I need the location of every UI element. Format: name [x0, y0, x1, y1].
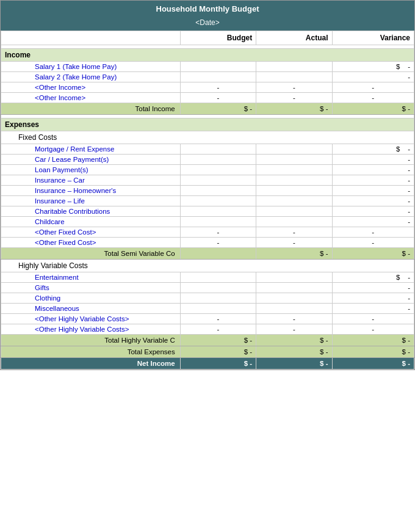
- list-item: <Other Fixed Cost> - - -: [1, 238, 414, 248]
- list-item: <Other Income> - - -: [1, 93, 414, 103]
- list-item: Childcare -: [1, 217, 414, 227]
- list-item: Mortgage / Rent Expense $ -: [1, 144, 414, 155]
- salary1-budget[interactable]: [180, 62, 256, 72]
- clothing-variance: -: [332, 293, 414, 304]
- total-expenses-row: Total Expenses $ - $ - $ -: [1, 346, 414, 358]
- other-income2-variance: -: [332, 93, 414, 103]
- total-expenses-actual: $ -: [256, 346, 332, 358]
- childcare-actual[interactable]: [256, 217, 332, 227]
- other-income1-budget[interactable]: -: [180, 82, 256, 93]
- ins-car-budget[interactable]: [180, 175, 256, 186]
- ins-home-actual[interactable]: [256, 186, 332, 196]
- other-hv2-actual[interactable]: -: [256, 324, 332, 335]
- ins-life-budget[interactable]: [180, 196, 256, 206]
- list-item: Insurance – Car -: [1, 175, 414, 186]
- other-income2-label: <Other Income>: [1, 93, 181, 103]
- total-income-label: Total Income: [1, 103, 181, 115]
- ins-home-label: Insurance – Homeowner's: [1, 186, 181, 196]
- list-item: Entertainment $ -: [1, 272, 414, 283]
- list-item: <Other Highly Variable Costs> - - -: [1, 324, 414, 335]
- other-hv2-budget[interactable]: -: [180, 324, 256, 335]
- other-hv1-variance: -: [332, 314, 414, 324]
- total-hv-row: Total Highly Variable C $ - $ - $ -: [1, 335, 414, 346]
- salary1-actual[interactable]: [256, 62, 332, 72]
- total-expenses-label: Total Expenses: [1, 346, 181, 358]
- misc-budget[interactable]: [180, 304, 256, 314]
- salary2-actual[interactable]: [256, 72, 332, 82]
- total-hv-budget: $ -: [180, 335, 256, 346]
- total-fixed-variance: $ -: [332, 248, 414, 260]
- list-item: <Other Fixed Cost> - - -: [1, 227, 414, 238]
- other-income2-budget[interactable]: -: [180, 93, 256, 103]
- other-income1-variance: -: [332, 82, 414, 93]
- net-income-label: Net Income: [1, 358, 181, 370]
- other-income2-actual[interactable]: -: [256, 93, 332, 103]
- charitable-budget[interactable]: [180, 206, 256, 217]
- gifts-actual[interactable]: [256, 283, 332, 293]
- misc-label: Miscellaneous: [1, 304, 181, 314]
- mortgage-budget[interactable]: [180, 144, 256, 155]
- car-lease-budget[interactable]: [180, 155, 256, 165]
- gifts-budget[interactable]: [180, 283, 256, 293]
- other-fixed2-budget[interactable]: -: [180, 238, 256, 248]
- total-fixed-budget: [180, 248, 256, 260]
- other-fixed1-label: <Other Fixed Cost>: [1, 227, 181, 238]
- other-fixed1-actual[interactable]: -: [256, 227, 332, 238]
- mortgage-actual[interactable]: [256, 144, 332, 155]
- salary2-variance: -: [332, 72, 414, 82]
- loan-actual[interactable]: [256, 165, 332, 175]
- total-fixed-actual: $ -: [256, 248, 332, 260]
- misc-actual[interactable]: [256, 304, 332, 314]
- list-item: Clothing -: [1, 293, 414, 304]
- total-hv-label: Total Highly Variable C: [1, 335, 181, 346]
- clothing-label: Clothing: [1, 293, 181, 304]
- loan-variance: -: [332, 165, 414, 175]
- childcare-budget[interactable]: [180, 217, 256, 227]
- other-fixed1-budget[interactable]: -: [180, 227, 256, 238]
- ins-home-budget[interactable]: [180, 186, 256, 196]
- expenses-section-header: Expenses: [1, 118, 414, 131]
- car-lease-actual[interactable]: [256, 155, 332, 165]
- other-hv1-budget[interactable]: -: [180, 314, 256, 324]
- list-item: Miscellaneous -: [1, 304, 414, 314]
- total-expenses-variance: $ -: [332, 346, 414, 358]
- clothing-budget[interactable]: [180, 293, 256, 304]
- net-income-budget: $ -: [180, 358, 256, 370]
- page-date: <Date>: [1, 17, 414, 31]
- entertainment-budget[interactable]: [180, 272, 256, 283]
- list-item: <Other Income> - - -: [1, 82, 414, 93]
- ins-car-actual[interactable]: [256, 175, 332, 186]
- other-income1-label: <Other Income>: [1, 82, 181, 93]
- other-income1-actual[interactable]: -: [256, 82, 332, 93]
- total-fixed-label: Total Semi Variable Co: [1, 248, 181, 260]
- loan-budget[interactable]: [180, 165, 256, 175]
- net-income-row: Net Income $ - $ - $ -: [1, 358, 414, 370]
- col-header-actual: Actual: [256, 31, 332, 45]
- entertainment-label: Entertainment: [1, 272, 181, 283]
- other-fixed2-actual[interactable]: -: [256, 238, 332, 248]
- highly-variable-header: Highly Variable Costs: [1, 260, 414, 272]
- gifts-label: Gifts: [1, 283, 181, 293]
- charitable-label: Charitable Contributions: [1, 206, 181, 217]
- list-item: Charitable Contributions -: [1, 206, 414, 217]
- salary2-budget[interactable]: [180, 72, 256, 82]
- total-fixed-row: Total Semi Variable Co $ - $ -: [1, 248, 414, 260]
- total-hv-variance: $ -: [332, 335, 414, 346]
- entertainment-actual[interactable]: [256, 272, 332, 283]
- other-hv1-label: <Other Highly Variable Costs>: [1, 314, 181, 324]
- col-header-variance: Variance: [332, 31, 414, 45]
- list-item: Salary 1 (Take Home Pay) $ -: [1, 62, 414, 72]
- income-section-header: Income: [1, 49, 414, 62]
- mortgage-label: Mortgage / Rent Expense: [1, 144, 181, 155]
- other-fixed2-variance: -: [332, 238, 414, 248]
- misc-variance: -: [332, 304, 414, 314]
- list-item: Car / Lease Payment(s) -: [1, 155, 414, 165]
- charitable-actual[interactable]: [256, 206, 332, 217]
- ins-life-actual[interactable]: [256, 196, 332, 206]
- col-header-budget: Budget: [180, 31, 256, 45]
- mortgage-variance: $ -: [332, 144, 414, 155]
- net-income-variance: $ -: [332, 358, 414, 370]
- clothing-actual[interactable]: [256, 293, 332, 304]
- other-hv1-actual[interactable]: -: [256, 314, 332, 324]
- childcare-variance: -: [332, 217, 414, 227]
